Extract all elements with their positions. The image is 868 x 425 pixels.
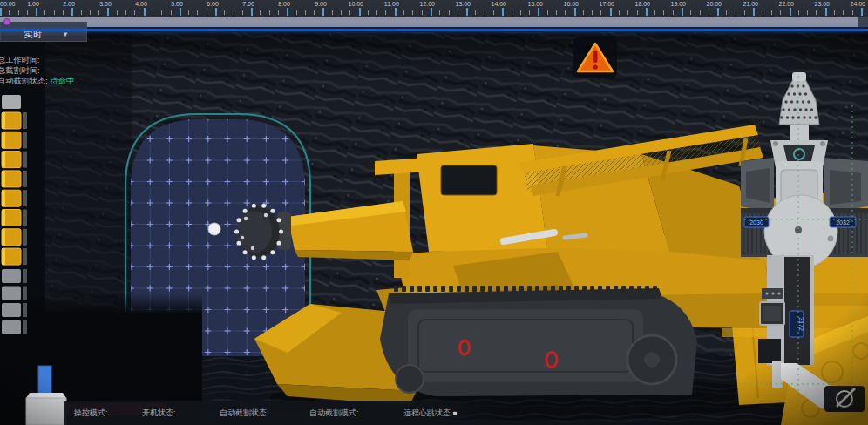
timeline-tick <box>556 10 557 15</box>
hour-label: 14:00 <box>492 1 507 8</box>
timeline-tick <box>529 10 530 15</box>
timeline-tick <box>197 10 198 15</box>
timeline-tick <box>825 8 827 16</box>
timeline-tick <box>269 10 270 15</box>
timeline-tick <box>690 10 691 15</box>
hour-label: 18:00 <box>635 1 651 8</box>
hour-label: 2:00 <box>64 1 76 8</box>
hour-label: 6:00 <box>207 1 219 8</box>
hour-label: 8:00 <box>279 1 291 8</box>
hour-label: 15:00 <box>527 1 543 8</box>
timeline-tick <box>368 10 369 15</box>
timeline-tick <box>583 10 584 15</box>
timeline-tick <box>305 10 306 15</box>
timeline-tick <box>475 10 476 15</box>
timeline-tick <box>36 8 37 16</box>
status-item-auto-cut-state: 自动截割状态: <box>220 408 271 419</box>
timeline-tick <box>215 8 217 16</box>
timeline-tick <box>449 10 450 15</box>
hour-label: 7:00 <box>242 1 254 8</box>
timeline-tick <box>600 10 601 15</box>
heartbeat-indicator-square: ■ <box>453 409 458 417</box>
timeline-tick <box>341 10 342 15</box>
timeline-tick <box>117 10 118 15</box>
timeline-tick <box>171 10 172 15</box>
timeline-tick <box>654 10 655 15</box>
timeline-tick <box>485 10 485 15</box>
warning-triangle-icon <box>573 37 617 78</box>
timeline-tick <box>574 8 576 16</box>
timeline-tick <box>412 10 413 15</box>
timeline-tick <box>744 10 745 15</box>
timeline-tick <box>44 10 45 15</box>
timeline-tick <box>547 10 548 15</box>
hour-label: 13:00 <box>456 1 471 8</box>
timeline-tick <box>771 10 772 15</box>
warning-alert-button[interactable] <box>573 37 617 78</box>
hour-label: 11:00 <box>384 1 399 8</box>
timeline-tick <box>71 8 73 16</box>
vignette <box>0 32 868 425</box>
timeline-tick <box>458 10 458 15</box>
hour-label: 3:00 <box>99 1 112 8</box>
timeline-tick <box>780 10 781 15</box>
timeline-playhead-marker[interactable] <box>3 18 10 25</box>
timeline-tick <box>234 10 234 15</box>
timeline-tick <box>81 10 82 15</box>
timeline-tick <box>431 8 432 16</box>
hour-label: 22:00 <box>778 1 794 8</box>
hour-label: 23:00 <box>814 1 830 8</box>
hour-label: 5:00 <box>171 1 183 8</box>
timeline-tick <box>834 10 835 15</box>
timeline-tick <box>27 10 28 15</box>
hour-label: 9:00 <box>315 1 327 8</box>
hour-label: 16:00 <box>563 1 579 8</box>
timeline-tick <box>251 8 253 16</box>
timeline-tick <box>18 10 19 15</box>
status-item-remote-heartbeat: 远程心跳状态■ <box>403 408 458 419</box>
timeline-track-band[interactable] <box>0 17 858 27</box>
timeline-tick <box>807 10 808 15</box>
timeline-tick <box>682 8 683 16</box>
timeline-tick <box>439 10 440 15</box>
status-bar: 操控模式: 开机状态: 自动截割状态: 自动截割模式: 远程心跳状态■ <box>64 401 510 425</box>
timeline-tick <box>852 10 853 15</box>
status-item-auto-cut-mode: 自动截割模式: <box>309 408 361 419</box>
viewport-3d[interactable]: 2030 2032 3172 <box>0 32 868 425</box>
hour-label: 10:00 <box>348 1 363 8</box>
timeline-tick <box>98 10 99 15</box>
hour-label: 17:00 <box>599 1 614 8</box>
timeline-tick <box>663 10 664 15</box>
status-line-total-work-time: 总工作时间: <box>0 55 74 64</box>
status-item-power-state: 开机状态: <box>142 408 178 419</box>
timeline-tick <box>726 10 727 15</box>
timeline-tick <box>161 10 162 15</box>
hour-label: 1:00 <box>27 1 39 8</box>
timeline-tick <box>861 8 863 16</box>
machine-status-panel: 总工作时间: 总截割时间: 自动截割状态:待命中 <box>0 55 81 86</box>
timeline-tick <box>717 8 719 16</box>
timeline-tick <box>207 10 207 15</box>
timeline-tick <box>512 10 512 15</box>
timeline-tick <box>538 8 539 16</box>
timeline-tick <box>296 10 297 15</box>
timeline-tick <box>9 10 10 15</box>
timeline-tick <box>753 8 755 16</box>
timeline-tick <box>403 10 404 15</box>
timeline-tick <box>224 10 225 15</box>
timeline-tick <box>466 8 468 16</box>
timeline-track-end <box>858 17 868 27</box>
timeline-tick <box>816 10 817 15</box>
timeline-tick <box>332 10 333 15</box>
timeline-tick <box>627 10 628 15</box>
hour-label: 24:00 <box>851 1 866 8</box>
timeline-scrubber[interactable]: 00:001:002:003:004:005:006:007:008:009:0… <box>0 0 868 27</box>
hour-label: 19:00 <box>671 1 687 8</box>
timeline-tick <box>709 10 709 15</box>
timeline-tick <box>54 10 55 15</box>
timeline-tick <box>619 10 620 15</box>
status-line-auto-cut-state: 自动截割状态:待命中 <box>0 76 74 85</box>
timeline-tick <box>565 10 566 15</box>
status-item-control-mode: 操控模式: <box>74 408 110 419</box>
realtime-mode-dropdown[interactable]: 实时 ▼ <box>0 22 87 42</box>
